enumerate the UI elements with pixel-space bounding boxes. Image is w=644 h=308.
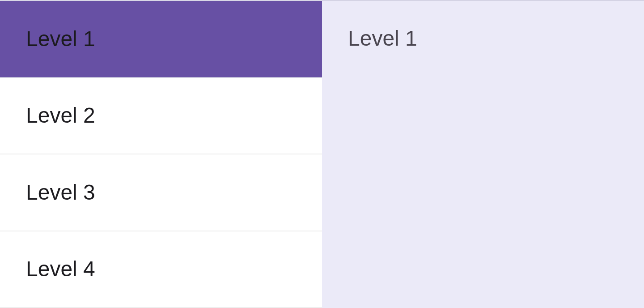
detail-panel: Level 1	[322, 0, 644, 308]
level-item-1[interactable]: Level 1	[0, 1, 322, 78]
level-item-label: Level 4	[26, 258, 95, 280]
level-list: Level 1 Level 2 Level 3 Level 4	[0, 0, 322, 308]
level-item-3[interactable]: Level 3	[0, 154, 322, 231]
level-item-4[interactable]: Level 4	[0, 231, 322, 308]
level-item-label: Level 2	[26, 105, 95, 126]
level-item-label: Level 1	[26, 28, 95, 50]
app-container: Level 1 Level 2 Level 3 Level 4 Level 1	[0, 0, 644, 308]
level-item-2[interactable]: Level 2	[0, 78, 322, 155]
detail-title: Level 1	[348, 28, 618, 49]
level-item-label: Level 3	[26, 182, 95, 203]
